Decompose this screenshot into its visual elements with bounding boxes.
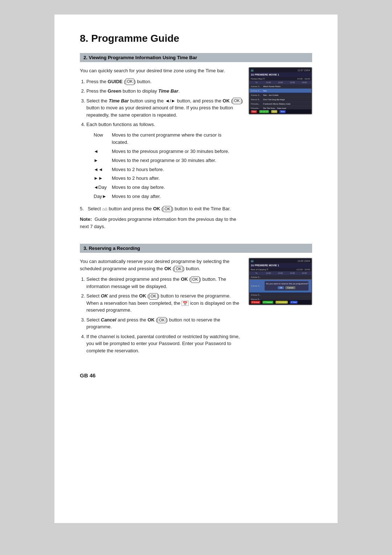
func-val-left: Moves to the previous programme or 30 mi…: [112, 147, 242, 156]
tv1-channel-logo: 📺: [251, 69, 254, 72]
section-3-body: You can automatically reserve your desir…: [80, 258, 312, 358]
section-2-intro: You can quickly search for your desired …: [80, 67, 243, 74]
tv1-time-row: Tx 12:00 13:00 13:30 14:00: [249, 81, 311, 84]
page-title: 8. Programme Guide: [80, 33, 312, 44]
section-2-steps: Press the GUIDE (OK) button. Press the G…: [86, 78, 243, 202]
ok-label-6: OK: [147, 317, 155, 323]
tv1-ch-prog-6: Die Titel from... Sate Inset: [263, 107, 310, 109]
func-key-day-right: Day►: [94, 193, 111, 201]
func-row-right: ► Moves to the next programme or 30 minu…: [94, 157, 242, 165]
tv1-sub: Perfect Blue ® 14:30 - 16:00: [249, 77, 311, 81]
section-2: 2. Viewing Programme Information Using T…: [80, 53, 312, 234]
func-val-double-right: Moves to 2 hours after.: [112, 174, 242, 183]
tv2-time-label: Tx: [251, 272, 262, 274]
tv1-ch-name-1: Animax S...: [251, 85, 263, 88]
func-row-double-right: ►► Moves to 2 hours after.: [94, 174, 242, 183]
func-key-double-right: ►►: [94, 174, 111, 183]
tv2-btn-schedule: # Schedule: [275, 301, 288, 304]
section-3-text: You can automatically reserve your desir…: [80, 258, 243, 358]
tv2-btn-timebar: # Timebar: [262, 301, 273, 304]
tv1-time-4: 14:00: [299, 81, 310, 84]
home-icon: ⌂: [102, 206, 107, 211]
section-3: 3. Reserving a Recording You can automat…: [80, 244, 312, 358]
section-2-text: You can quickly search for your desired …: [80, 67, 243, 234]
func-val-now: Moves to the current programme where the…: [112, 131, 242, 147]
tv2-channel-logo: 📺: [251, 259, 254, 262]
func-row-now: Now Moves to the current programme where…: [94, 131, 242, 147]
step-3-1: Select the desired programme and press t…: [86, 276, 243, 290]
func-key-double-left: ◄◄: [94, 166, 111, 174]
tv1-ch-prog-1: Witch Hunter Robin: [263, 85, 310, 88]
ok-icon-5: OK: [191, 276, 200, 283]
tv1-title: 1U PREMIERE MOVIE 1: [249, 72, 311, 77]
tv2-dialog-buttons: Ok Cancel: [266, 286, 307, 289]
section-3-header: 3. Reserving a Recording: [80, 244, 312, 253]
cancel-italic-label: Cancel: [101, 317, 117, 323]
section-2-body: You can quickly search for your desired …: [80, 67, 312, 234]
tv2-top-bar: 📺 13:09 19/04: [249, 259, 311, 263]
tv1-btn-yellow: Now: [271, 110, 277, 113]
step-2-1: Press the GUIDE (OK) button.: [86, 78, 243, 85]
tv1-ch-name-3: Animax S...: [251, 94, 263, 96]
tv2-ch-name-3: Animax S...: [251, 294, 263, 296]
note-label: Note:: [80, 216, 92, 222]
tv2-ch-row-3: Animax S...: [249, 293, 311, 297]
tv1-time-label: Tx: [251, 81, 262, 84]
tv2-title: 1U PREMIERE MOVIE 1: [249, 263, 311, 268]
tv1-ch-name-6: Filmedia...: [251, 107, 263, 109]
func-val-double-left: Moves to 2 hours before.: [112, 166, 242, 174]
tv1-datetime: 12:07 19/04: [298, 69, 310, 72]
ok-label-5: OK: [139, 293, 146, 299]
ok-icon-1: OK: [126, 78, 134, 85]
section-3-image: 📺 13:09 19/04 1U PREMIERE MOVIE 1 Best o…: [249, 258, 312, 305]
tv1-time-2: 13:00: [275, 81, 286, 84]
tv2-ch-row-2: Animax S... Do you want to reserve this …: [249, 279, 311, 293]
func-row-day-left: ◄Day Moves to one day before.: [94, 183, 242, 192]
ok-icon-6: OK: [149, 293, 158, 299]
tv2-ch-row-1: Animax S...: [249, 275, 311, 279]
tv1-btn-green: 12.12.12: [259, 110, 269, 113]
tv2-bottom-bar: # Group # Timebar # Schedule # Find: [249, 300, 311, 304]
ok-label-3: OK: [164, 266, 172, 271]
step-3-2: Select OK and press the OK (OK) button t…: [86, 292, 243, 314]
tv2-btn-group: # Group: [251, 301, 260, 304]
tv1-ch-prog-2: Noir: [263, 90, 310, 92]
tv1-ch-prog-3: Noir - Jon Corbet: [263, 94, 310, 96]
step-2-3: Select the Time Bar button using the ◄/►…: [86, 97, 243, 119]
func-row-day-right: Day► Moves to one day after.: [94, 193, 242, 201]
tv1-ch-name-5: Filmedia...: [251, 103, 263, 105]
tv2-datetime: 13:09 19/04: [298, 260, 310, 262]
tv2-sub: Best of Zapping ® +12:20 - 10:00: [249, 268, 311, 271]
ok-label-2: OK: [153, 206, 160, 211]
func-key-now: Now: [94, 131, 111, 147]
calendar-icon: 📅: [181, 301, 189, 306]
ok-icon-7: OK: [158, 317, 166, 323]
step-3-4: If the channel is locked, parental contr…: [86, 333, 243, 355]
tv1-btn-blue: Now: [279, 110, 286, 113]
step-2-5: 5. Select ⌂ button and press the OK (OK)…: [80, 205, 243, 212]
func-val-day-left: Moves to one day before.: [112, 183, 242, 192]
func-row-left: ◄ Moves to the previous programme or 30 …: [94, 147, 242, 156]
timebar-label-2: Time Bar: [109, 98, 128, 104]
func-row-double-left: ◄◄ Moves to 2 hours before.: [94, 166, 242, 174]
tv-screen-2: 📺 13:09 19/04 1U PREMIERE MOVIE 1 Best o…: [249, 258, 312, 305]
tv1-bottom-bar: Now 12.12.12 Now Now: [249, 109, 311, 114]
ok-icon-2: OK: [233, 98, 241, 104]
guide-label: GUIDE: [108, 79, 123, 84]
tv-top-bar-1: 📺 12:07 19/04: [249, 68, 311, 72]
tv2-ch-name-2: Animax S...: [251, 285, 263, 287]
tv1-time-1: 12:00: [263, 81, 274, 84]
timebar-label: Time Bar: [158, 88, 178, 94]
ok-label-4: OK: [181, 276, 188, 282]
step-3-3: Select Cancel and press the OK (OK) butt…: [86, 316, 243, 331]
ok-italic-label: OK: [101, 293, 108, 299]
tv2-btn-cancel: Cancel: [285, 286, 295, 289]
ok-icon-4: OK: [174, 266, 183, 272]
func-key-day-left: ◄Day: [94, 183, 111, 192]
tv1-time-3: 13:30: [287, 81, 298, 84]
tv2-time-3: 13:30: [287, 272, 298, 274]
section-2-header: 2. Viewing Programme Information Using T…: [80, 53, 312, 62]
step-2-2: Press the Green button to display Time B…: [86, 88, 243, 95]
tv2-time-row: Tx 12:00 13:00 13:30 14:00: [249, 271, 311, 275]
ok-icon-3: OK: [163, 206, 172, 212]
